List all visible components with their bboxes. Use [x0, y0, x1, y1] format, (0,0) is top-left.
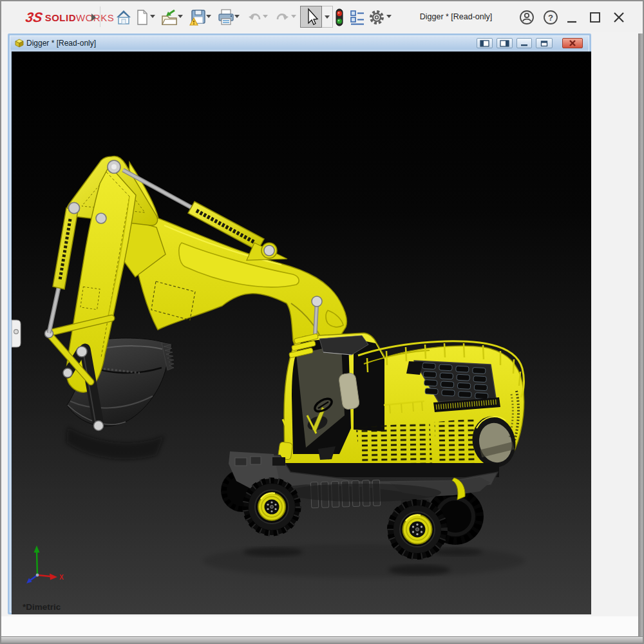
save-dropdown[interactable]: [206, 15, 211, 18]
tile-left-button[interactable]: [477, 38, 493, 48]
minimize-icon: [566, 9, 578, 26]
part-document-icon: [15, 39, 24, 48]
new-document-dropdown[interactable]: [150, 15, 155, 18]
maximize-button[interactable]: [586, 8, 604, 26]
view-orientation-label: *Dimetric: [23, 602, 61, 612]
rebuild-status-button[interactable]: [331, 8, 348, 26]
traffic-light-icon: [334, 8, 345, 26]
tile-right-button[interactable]: [497, 38, 513, 48]
link-pin: [63, 368, 72, 377]
chevron-right-icon: [90, 13, 97, 22]
gear-icon: [368, 9, 385, 26]
restore-icon: [540, 40, 548, 47]
close-button[interactable]: [609, 8, 629, 26]
user-icon: [518, 9, 535, 26]
maximize-icon: [589, 10, 601, 24]
new-document-button[interactable]: [134, 8, 151, 26]
link-pin: [77, 346, 87, 357]
bucket-pivot-pin: [94, 421, 104, 431]
redo-button[interactable]: [274, 8, 291, 26]
file-properties-button[interactable]: [349, 8, 366, 26]
close-icon: [612, 10, 625, 24]
main-window-title: Digger * [Read-only]: [388, 12, 524, 21]
document-restore-button[interactable]: [536, 38, 553, 48]
document-window-titlebar[interactable]: Digger * [Read-only]: [10, 36, 589, 50]
svg-text:?: ?: [548, 13, 553, 23]
toolbar-separator: [100, 6, 100, 27]
window-bottom-edge: [1, 636, 643, 643]
main-toolbar: 3S SOLID WORKS: [1, 1, 643, 32]
model-wheel-front-left[interactable]: [243, 478, 300, 535]
solidworks-main-window: 3S SOLID WORKS: [0, 0, 644, 644]
redo-dropdown[interactable]: [291, 15, 296, 18]
undo-button[interactable]: [246, 8, 263, 26]
orientation-triad: X: [26, 545, 64, 583]
minimize-icon: [520, 40, 528, 47]
minimize-button[interactable]: [563, 8, 581, 26]
chevron-down-icon: [325, 15, 330, 19]
document-close-button[interactable]: [562, 38, 583, 48]
model-wheel-rear-left[interactable]: [388, 500, 447, 559]
save-warning-icon: [189, 9, 206, 26]
window-client-area: [1, 616, 641, 638]
pane-right-icon: [500, 40, 509, 47]
window-right-edge: [638, 33, 643, 643]
open-folder-icon: [161, 9, 178, 26]
select-cursor-icon: [303, 8, 319, 26]
undo-arrow-icon: [246, 9, 263, 26]
options-button[interactable]: [368, 8, 385, 26]
user-account-button[interactable]: [518, 8, 535, 26]
save-button[interactable]: [189, 8, 206, 26]
select-tool-button[interactable]: [300, 6, 322, 28]
document-window-title: Digger * [Read-only]: [26, 39, 96, 48]
open-document-button[interactable]: [161, 8, 178, 26]
open-document-dropdown[interactable]: [178, 15, 183, 18]
print-dropdown[interactable]: [234, 15, 240, 18]
pane-left-icon: [480, 40, 489, 47]
triad-x-label: X: [59, 574, 64, 581]
close-icon: [568, 39, 577, 47]
model-digger[interactable]: X *Dimetric: [12, 52, 591, 614]
redo-arrow-icon: [274, 9, 291, 26]
undo-dropdown[interactable]: [263, 15, 268, 18]
help-button[interactable]: ?: [542, 8, 559, 26]
home-button[interactable]: [115, 8, 131, 26]
model-upper-body[interactable]: [278, 333, 524, 478]
home-icon: [115, 9, 131, 26]
document-minimize-button[interactable]: [516, 38, 532, 48]
solidworks-logo-solid: SOLID: [45, 12, 76, 23]
expand-handle-icon: [14, 330, 19, 334]
cylinder-pin: [264, 245, 274, 256]
new-document-icon: [136, 10, 149, 25]
graphics-viewport[interactable]: X *Dimetric: [12, 52, 591, 614]
print-button[interactable]: [218, 8, 234, 26]
solidworks-logo-mark: 3S: [24, 10, 44, 25]
question-mark-icon: ?: [542, 9, 559, 26]
cylinder-pin: [312, 296, 322, 307]
printer-icon: [218, 9, 234, 26]
featuremanager-flyout-tab[interactable]: [12, 320, 21, 347]
document-window: Digger * [Read-only]: [8, 33, 591, 614]
properties-list-icon: [349, 9, 366, 26]
